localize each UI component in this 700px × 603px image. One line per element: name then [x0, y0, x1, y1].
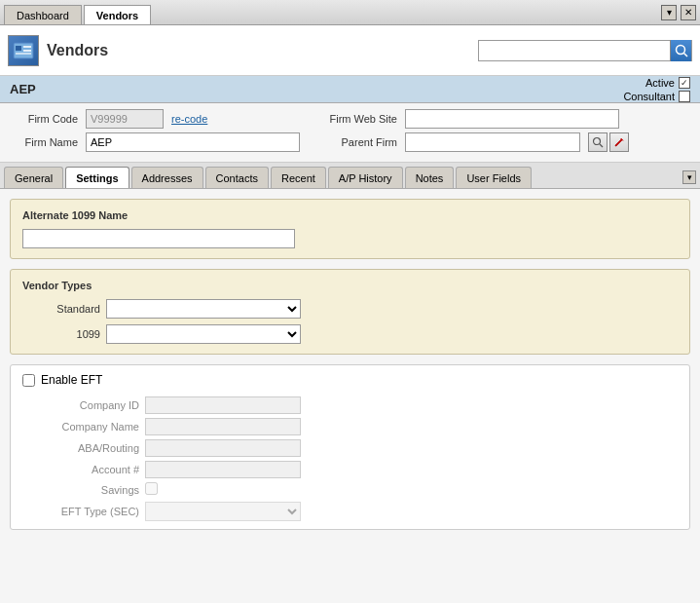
- eft-header: Enable EFT: [22, 373, 678, 387]
- company-name-label: Company Name: [42, 421, 139, 433]
- firm-code-input[interactable]: [86, 109, 164, 129]
- alt-name-section-title: Alternate 1099 Name: [22, 209, 678, 221]
- firm-name-label: Firm Name: [10, 136, 78, 148]
- tab-user-fields[interactable]: User Fields: [456, 167, 532, 188]
- tab-settings[interactable]: Settings: [65, 167, 129, 188]
- eft-section: Enable EFT Company ID Company Name ABA/R…: [10, 364, 690, 530]
- status-area: Active Consultant: [623, 77, 690, 102]
- enable-eft-checkbox[interactable]: [22, 374, 35, 387]
- svg-rect-3: [23, 50, 31, 52]
- svg-line-6: [683, 53, 687, 57]
- savings-label: Savings: [42, 484, 139, 496]
- tab-notes[interactable]: Notes: [405, 167, 455, 188]
- parent-firm-input[interactable]: [405, 132, 580, 152]
- alt-name-section: Alternate 1099 Name: [10, 199, 690, 259]
- tab-recent[interactable]: Recent: [271, 167, 326, 188]
- aba-routing-input[interactable]: [145, 439, 301, 457]
- account-input[interactable]: [145, 461, 301, 478]
- enable-eft-label: Enable EFT: [41, 373, 102, 387]
- savings-checkbox-container: [145, 482, 301, 498]
- 1099-label: 1099: [22, 328, 100, 340]
- search-button[interactable]: [670, 40, 691, 61]
- standard-label: Standard: [22, 303, 100, 315]
- vendor-types-section: Vendor Types Standard 1099: [10, 269, 690, 355]
- parent-firm-search-button[interactable]: [588, 132, 608, 152]
- app-title-area: Vendors: [8, 35, 108, 66]
- tab-vendors-title[interactable]: Vendors: [84, 5, 151, 24]
- entity-bar: AEP Active Consultant: [0, 76, 700, 103]
- eft-type-label: EFT Type (SEC): [42, 506, 139, 517]
- firm-code-label: Firm Code: [10, 113, 78, 125]
- tab-addresses[interactable]: Addresses: [131, 167, 203, 188]
- firm-website-row: Firm Web Site: [329, 109, 629, 129]
- tabs-scroll-arrow[interactable]: ▾: [682, 170, 696, 184]
- tabs-bar: General Settings Addresses Contacts Rece…: [0, 163, 700, 189]
- parent-firm-icons: [588, 132, 629, 152]
- account-label: Account #: [42, 464, 139, 475]
- eft-fields: Company ID Company Name ABA/Routing Acco…: [42, 396, 678, 521]
- consultant-checkbox[interactable]: [679, 91, 690, 102]
- entity-name: AEP: [10, 82, 36, 96]
- svg-rect-2: [23, 46, 31, 48]
- close-button[interactable]: ✕: [681, 5, 696, 20]
- consultant-label: Consultant: [623, 91, 675, 102]
- svg-rect-1: [16, 46, 21, 51]
- title-tabs: Dashboard Vendors: [4, 0, 153, 24]
- aba-routing-label: ABA/Routing: [42, 442, 139, 454]
- 1099-select[interactable]: [106, 324, 301, 344]
- parent-firm-row: Parent Firm: [329, 132, 629, 152]
- app-title: Vendors: [47, 42, 108, 59]
- recode-link[interactable]: re-code: [171, 113, 207, 125]
- minimize-button[interactable]: ▾: [661, 5, 677, 20]
- vendor-types-grid: Standard 1099: [22, 299, 353, 344]
- vendor-types-title: Vendor Types: [22, 280, 678, 291]
- savings-checkbox[interactable]: [145, 482, 158, 495]
- search-box: [478, 40, 692, 61]
- company-id-input[interactable]: [145, 396, 301, 414]
- svg-line-8: [600, 144, 603, 147]
- active-label: Active: [645, 77, 675, 89]
- tab-ap-history[interactable]: A/P History: [328, 167, 403, 188]
- alt-name-input[interactable]: [22, 229, 295, 248]
- tab-general[interactable]: General: [4, 167, 63, 188]
- firm-name-row: Firm Name: [10, 132, 300, 152]
- standard-select[interactable]: [106, 299, 301, 319]
- app-icon: [8, 35, 39, 66]
- firm-name-input[interactable]: [86, 132, 300, 152]
- tab-dashboard[interactable]: Dashboard: [4, 5, 82, 24]
- parent-firm-edit-button[interactable]: [609, 132, 629, 152]
- search-input[interactable]: [479, 43, 670, 58]
- svg-rect-4: [16, 53, 31, 55]
- form-area: Firm Code re-code Firm Name Firm Web Sit…: [0, 103, 700, 163]
- active-status-row: Active: [645, 77, 690, 89]
- svg-point-7: [594, 138, 601, 145]
- parent-firm-label: Parent Firm: [329, 136, 397, 148]
- firm-website-label: Firm Web Site: [329, 113, 397, 125]
- firm-website-input[interactable]: [405, 109, 619, 129]
- company-id-label: Company ID: [42, 399, 139, 411]
- active-checkbox[interactable]: [679, 77, 690, 89]
- title-bar: Dashboard Vendors ▾ ✕: [0, 0, 700, 25]
- tab-contacts[interactable]: Contacts: [205, 167, 269, 188]
- main-content: Alternate 1099 Name Vendor Types Standar…: [0, 189, 700, 603]
- app-header: Vendors: [0, 25, 700, 76]
- title-bar-controls: ▾ ✕: [661, 5, 696, 20]
- company-name-input[interactable]: [145, 418, 301, 435]
- firm-code-row: Firm Code re-code: [10, 109, 300, 129]
- consultant-status-row: Consultant: [623, 91, 690, 102]
- svg-point-5: [676, 45, 684, 54]
- eft-type-select[interactable]: [145, 502, 301, 521]
